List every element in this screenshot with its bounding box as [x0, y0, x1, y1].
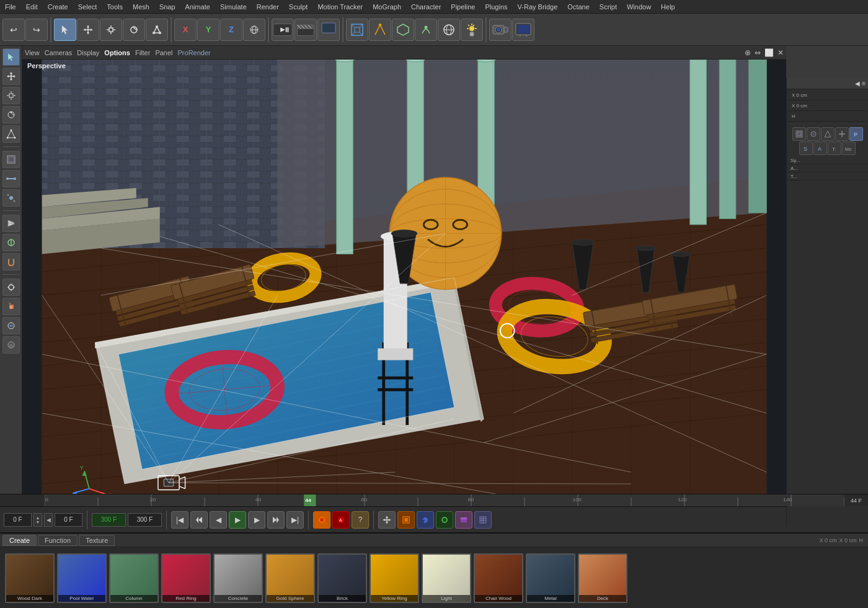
transform-tool[interactable]: [146, 19, 168, 41]
left-snap-tool[interactable]: [2, 279, 20, 296]
clapper-tool[interactable]: [294, 19, 317, 41]
sphere-tool[interactable]: [438, 19, 460, 41]
material-thumb-1[interactable]: Wood Dark: [5, 553, 55, 603]
menu-mograph[interactable]: MoGraph: [368, 2, 406, 12]
move-tool[interactable]: [77, 19, 99, 41]
menu-sculpt[interactable]: Sculpt: [284, 2, 313, 12]
left-scale-tool[interactable]: [2, 87, 20, 104]
menu-window[interactable]: Window: [622, 2, 656, 12]
material-thumb-7[interactable]: Brick: [317, 553, 367, 603]
right-icon-6[interactable]: S: [799, 141, 813, 155]
play-button[interactable]: ▶: [229, 511, 246, 529]
render-preview[interactable]: [317, 19, 340, 41]
left-weight-tool[interactable]: [2, 317, 20, 334]
deform-tool[interactable]: [415, 19, 437, 41]
viewport-icon-fullscreen[interactable]: ⬜: [764, 48, 774, 57]
left-loop-tool[interactable]: [2, 234, 20, 251]
menu-script[interactable]: Script: [595, 2, 622, 12]
poly-tool[interactable]: [392, 19, 414, 41]
left-sculpt-tool[interactable]: [2, 336, 20, 354]
material-thumb-6[interactable]: Gold Sphere: [265, 553, 315, 603]
frame-minus[interactable]: ◀: [44, 513, 53, 527]
axis-y-button[interactable]: Y: [197, 19, 219, 41]
fps-button[interactable]: [436, 511, 453, 529]
menu-select[interactable]: Select: [73, 2, 102, 12]
world-axis-button[interactable]: [243, 19, 265, 41]
right-icon-7[interactable]: A: [813, 141, 827, 155]
key-mode-button[interactable]: [397, 511, 415, 529]
pen-tool[interactable]: [369, 19, 391, 41]
perspective-tool[interactable]: [346, 19, 368, 41]
auto-key-button[interactable]: A: [332, 511, 350, 529]
viewport-tab-view[interactable]: View: [25, 49, 40, 56]
viewport-icon-arrows[interactable]: ⇔: [755, 48, 761, 57]
tv-preview[interactable]: [512, 19, 534, 41]
redo-button[interactable]: ↪: [25, 19, 48, 41]
right-icon-3[interactable]: [821, 127, 835, 141]
menu-create[interactable]: Create: [43, 2, 73, 12]
menu-tools[interactable]: Tools: [102, 2, 128, 12]
right-icon-4[interactable]: [835, 127, 849, 141]
menu-motion-tracker[interactable]: Motion Tracker: [312, 2, 368, 12]
tab-create[interactable]: Create: [2, 535, 37, 546]
left-transform-tool[interactable]: [2, 125, 20, 143]
tab-function[interactable]: Function: [38, 535, 78, 546]
right-coord-y[interactable]: X 0 cm: [788, 101, 867, 111]
menu-snap[interactable]: Snap: [154, 2, 180, 12]
light-tool[interactable]: [461, 19, 483, 41]
material-thumb-9[interactable]: Light: [422, 553, 471, 603]
viewport-tab-filter[interactable]: Filter: [135, 49, 150, 56]
step-forward-button[interactable]: ▶: [248, 511, 265, 529]
left-move-tool[interactable]: [2, 68, 20, 85]
left-knife-tool[interactable]: [2, 215, 20, 232]
menu-mesh[interactable]: Mesh: [128, 2, 154, 12]
left-point-mode[interactable]: [2, 189, 20, 207]
right-tree-item-3[interactable]: T...: [788, 173, 867, 181]
cursor-tool[interactable]: [54, 19, 76, 41]
menu-vray[interactable]: V-Ray Bridge: [513, 2, 563, 12]
menu-plugins[interactable]: Plugins: [480, 2, 512, 12]
max-frame-range[interactable]: 300 F: [128, 513, 162, 527]
right-icon-5[interactable]: P: [849, 127, 863, 141]
right-tree-item-1[interactable]: Sy...: [788, 157, 867, 164]
axis-z-button[interactable]: Z: [220, 19, 242, 41]
timeline-ruler[interactable]: 0 20 40 44 60 80 100 120 140 44: [45, 494, 844, 506]
viewport-tab-prorender[interactable]: ProRender: [178, 49, 211, 56]
menu-render[interactable]: Render: [252, 2, 284, 12]
axis-x-button[interactable]: X: [174, 19, 197, 41]
menu-pipeline[interactable]: Pipeline: [446, 2, 480, 12]
viewport-tab-options[interactable]: Options: [104, 49, 130, 56]
right-panel-menu[interactable]: ≡: [862, 80, 866, 87]
record-keyframe-button[interactable]: [313, 511, 330, 529]
end-frame-range[interactable]: 300 F: [92, 513, 126, 527]
menu-help[interactable]: Help: [656, 2, 680, 12]
right-coord-x[interactable]: X 0 cm: [788, 91, 867, 101]
go-to-end-button[interactable]: ▶|: [286, 511, 304, 529]
viewport-icon-close[interactable]: ✕: [777, 48, 784, 57]
step-back-button[interactable]: ◀: [210, 511, 227, 529]
menu-animate[interactable]: Animate: [180, 2, 215, 12]
right-tree-item-2[interactable]: A...: [788, 165, 867, 172]
frame-spinbox[interactable]: ▲ ▼: [33, 513, 42, 527]
viewport-tab-panel[interactable]: Panel: [155, 49, 172, 56]
viewport-icon-move[interactable]: ⊕: [745, 48, 751, 57]
right-panel-collapse[interactable]: ◀: [855, 80, 860, 87]
left-magnet-tool[interactable]: [2, 253, 20, 270]
material-thumb-11[interactable]: Metal: [526, 553, 575, 603]
tab-texture[interactable]: Texture: [79, 535, 115, 546]
rotate-tool[interactable]: [123, 19, 145, 41]
menu-edit[interactable]: Edit: [21, 2, 43, 12]
prev-key-button[interactable]: [190, 511, 208, 529]
cinema-button[interactable]: [455, 511, 472, 529]
scale-tool[interactable]: [100, 19, 122, 41]
help-button[interactable]: ?: [352, 511, 369, 529]
move-key-button[interactable]: [378, 511, 396, 529]
menu-simulate[interactable]: Simulate: [215, 2, 252, 12]
record-tool[interactable]: [272, 19, 294, 41]
right-icon-9[interactable]: Mo:: [842, 141, 856, 155]
second-frame-field[interactable]: 0 F: [55, 513, 82, 527]
left-edge-mode[interactable]: [2, 170, 20, 187]
right-coord-h[interactable]: H: [788, 112, 867, 122]
viewport-canvas[interactable]: X Y Z Grid Spacing : 1000 cm: [22, 60, 786, 494]
right-icon-2[interactable]: [807, 127, 820, 141]
